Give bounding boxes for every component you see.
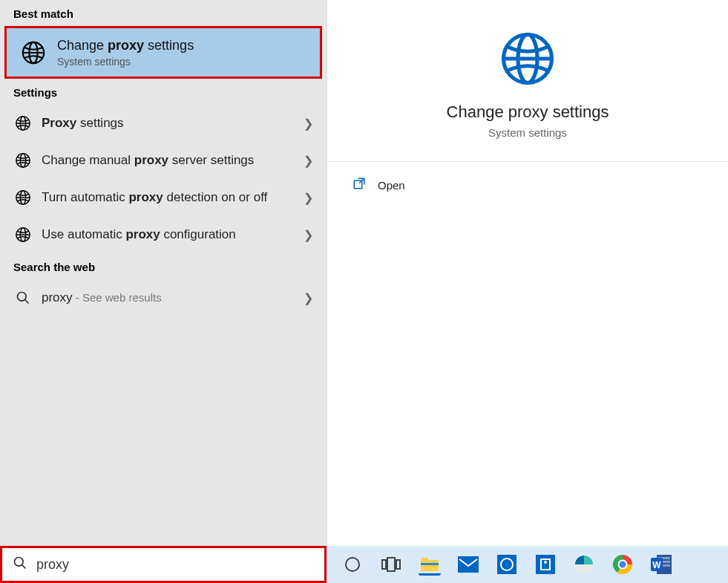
section-search-web: Search the web (0, 253, 327, 279)
globe-icon (13, 225, 33, 244)
globe-icon (13, 114, 33, 133)
chevron-right-icon: ❯ (298, 154, 313, 168)
app-tile-icon[interactable] (534, 553, 557, 576)
svg-point-36 (544, 561, 547, 564)
result-label: Change manual proxy server settings (42, 152, 298, 169)
svg-rect-28 (421, 560, 439, 571)
search-input[interactable] (36, 557, 314, 573)
web-result[interactable]: proxy - See web results ❯ (0, 279, 327, 316)
svg-point-24 (346, 558, 359, 571)
open-icon (352, 177, 366, 193)
open-label: Open (378, 179, 405, 192)
globe-icon-large (342, 30, 713, 91)
settings-result-proxy-settings[interactable]: Proxy settings ❯ (0, 105, 327, 142)
detail-title: Change proxy settings (342, 102, 713, 122)
svg-point-15 (18, 293, 27, 302)
file-explorer-icon[interactable] (419, 553, 441, 576)
chevron-right-icon: ❯ (298, 228, 313, 242)
best-match-result[interactable]: Change proxy settings System settings (4, 26, 322, 79)
edge-icon[interactable] (573, 553, 595, 576)
svg-rect-27 (396, 560, 400, 569)
mail-icon[interactable] (457, 553, 479, 576)
cortana-icon[interactable] (341, 553, 364, 576)
chevron-right-icon: ❯ (298, 291, 313, 305)
best-match-subtitle: System settings (57, 56, 194, 68)
globe-icon (13, 151, 33, 170)
word-icon[interactable]: W (650, 553, 672, 576)
search-icon (13, 288, 33, 307)
open-action[interactable]: Open (327, 162, 728, 208)
dell-icon[interactable] (496, 553, 518, 576)
svg-rect-26 (387, 558, 395, 571)
search-box[interactable] (0, 546, 327, 583)
web-result-label: proxy - See web results (42, 290, 298, 306)
task-view-icon[interactable] (380, 553, 402, 576)
chevron-right-icon: ❯ (298, 117, 313, 131)
settings-result-auto-config[interactable]: Use automatic proxy configuration ❯ (0, 216, 327, 253)
chevron-right-icon: ❯ (298, 191, 313, 205)
svg-line-23 (22, 565, 26, 569)
search-icon (13, 556, 27, 573)
svg-rect-30 (421, 563, 439, 565)
svg-point-40 (619, 561, 627, 569)
svg-text:W: W (652, 560, 661, 570)
settings-result-manual-proxy[interactable]: Change manual proxy server settings ❯ (0, 142, 327, 179)
taskbar: W (0, 546, 728, 583)
svg-point-22 (15, 558, 24, 567)
search-results-panel: Best match Change proxy settings System … (0, 0, 327, 546)
section-settings: Settings (0, 79, 327, 105)
result-label: Proxy settings (42, 115, 298, 131)
result-label: Turn automatic proxy detection on or off (42, 189, 298, 206)
svg-line-16 (25, 300, 29, 304)
section-best-match: Best match (0, 0, 327, 26)
globe-icon (20, 39, 47, 66)
detail-panel: Change proxy settings System settings Op… (327, 0, 728, 546)
detail-subtitle: System settings (342, 126, 713, 139)
svg-rect-34 (536, 555, 555, 574)
settings-result-auto-detection[interactable]: Turn automatic proxy detection on or off… (0, 179, 327, 216)
result-label: Use automatic proxy configuration (42, 227, 298, 243)
chrome-icon[interactable] (611, 553, 634, 576)
svg-rect-25 (382, 560, 386, 569)
svg-rect-32 (497, 555, 517, 574)
svg-rect-29 (421, 558, 428, 561)
best-match-title: Change proxy settings (57, 37, 194, 54)
globe-icon (13, 188, 33, 207)
svg-rect-31 (458, 556, 479, 573)
